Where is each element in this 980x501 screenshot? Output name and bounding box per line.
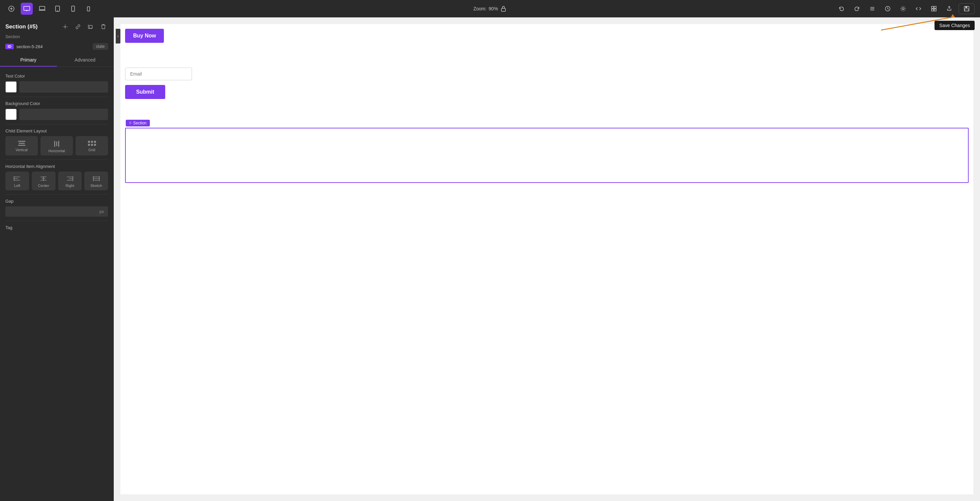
gap-unit: px: [95, 206, 108, 217]
id-value: section-5-284: [16, 44, 90, 49]
bg-color-section: Background Color: [0, 97, 113, 124]
panel-header: Section (#5): [0, 17, 113, 34]
child-layout-section: Child Element Layout Vertical: [0, 124, 113, 159]
alignment-buttons: Left Center: [5, 172, 108, 190]
email-form: Submit: [125, 68, 192, 99]
state-button[interactable]: state: [93, 43, 108, 50]
toolbar-left: [5, 3, 94, 15]
gap-input-row: px: [5, 206, 108, 217]
save-button[interactable]: [959, 3, 975, 14]
zoom-label: Zoom:: [473, 6, 487, 11]
section-tag: ⠿ Section: [126, 120, 150, 126]
panel-subtitle: Section: [0, 34, 113, 42]
email-input[interactable]: [125, 68, 192, 80]
align-stretch-button[interactable]: Stretch: [84, 172, 108, 190]
gap-section: Gap px: [0, 195, 113, 221]
lock-icon: [500, 5, 507, 12]
desktop-icon[interactable]: [21, 3, 33, 15]
main-layout: Section (#5): [0, 17, 980, 501]
svg-point-17: [902, 8, 904, 10]
layout-horizontal-button[interactable]: Horizontal: [40, 136, 73, 156]
svg-rect-24: [965, 9, 969, 11]
svg-rect-18: [932, 6, 934, 8]
tag-section: Tag: [0, 221, 113, 237]
svg-point-10: [73, 10, 73, 11]
selected-section[interactable]: ⠿ Section: [125, 128, 969, 183]
bg-color-swatch[interactable]: [5, 109, 17, 120]
canvas-area: ‹ Buy Now Submit ⠿ Section: [114, 17, 980, 501]
toolbar: Zoom: 90%: [0, 0, 980, 17]
child-layout-label: Child Element Layout: [5, 129, 108, 134]
svg-rect-23: [965, 6, 967, 8]
svg-rect-11: [87, 7, 90, 11]
align-center-icon: [40, 176, 47, 181]
bg-color-label: Background Color: [5, 101, 108, 106]
panel-tabs: Primary Advanced: [0, 54, 113, 67]
code-icon[interactable]: [912, 3, 924, 15]
zoom-indicator: Zoom: 90%: [473, 5, 507, 12]
bg-color-row: [5, 109, 108, 120]
align-stretch-icon: [93, 176, 100, 181]
align-left-icon: [13, 176, 21, 181]
alignment-section: Horizontal Item Alignment Left: [0, 160, 113, 194]
text-color-bar[interactable]: [19, 81, 108, 93]
save-button-container: Save Changes: [959, 3, 975, 14]
svg-point-8: [57, 10, 58, 11]
layout-vertical-button[interactable]: Vertical: [5, 136, 38, 156]
svg-point-27: [65, 26, 66, 27]
drag-handle-icon: ⠿: [129, 121, 132, 125]
clock-icon[interactable]: [882, 3, 894, 15]
alignment-label: Horizontal Item Alignment: [5, 164, 108, 169]
redo-icon[interactable]: [851, 3, 863, 15]
zoom-value: 90%: [488, 6, 498, 11]
align-right-button[interactable]: Right: [58, 172, 82, 190]
grid-icon: [88, 141, 96, 146]
grid-icon[interactable]: [928, 3, 940, 15]
tag-label: Tag: [5, 225, 108, 230]
text-color-section: Text Color: [0, 70, 113, 97]
section-settings-icon[interactable]: [60, 22, 70, 32]
svg-rect-21: [934, 9, 936, 11]
buy-now-button[interactable]: Buy Now: [125, 29, 164, 43]
toolbar-right: Save Changes: [835, 3, 975, 15]
bg-color-bar[interactable]: [19, 109, 108, 120]
gap-input[interactable]: [5, 206, 95, 217]
id-row: ID section-5-284 state: [0, 42, 113, 54]
horizontal-icon: [54, 141, 59, 147]
align-right-icon: [66, 176, 73, 181]
id-badge: ID: [5, 44, 14, 49]
list-icon[interactable]: [866, 3, 878, 15]
vertical-icon: [18, 141, 25, 146]
gap-label: Gap: [5, 199, 108, 204]
duplicate-icon[interactable]: [86, 22, 95, 32]
export-icon[interactable]: [943, 3, 955, 15]
svg-rect-19: [934, 6, 936, 8]
panel-header-icons: [60, 22, 108, 32]
undo-icon[interactable]: [835, 3, 848, 15]
align-center-button[interactable]: Center: [32, 172, 56, 190]
svg-rect-20: [932, 9, 934, 11]
settings-icon[interactable]: [897, 3, 909, 15]
link-icon[interactable]: [73, 22, 83, 32]
align-left-button[interactable]: Left: [5, 172, 29, 190]
layout-grid-button[interactable]: Grid: [76, 136, 108, 156]
save-changes-tooltip: Save Changes: [934, 21, 975, 30]
canvas-content: ‹ Buy Now Submit ⠿ Section: [121, 24, 973, 494]
laptop-icon[interactable]: [36, 3, 48, 15]
svg-rect-6: [40, 6, 45, 10]
add-icon[interactable]: [5, 3, 18, 15]
tablet-icon[interactable]: [51, 3, 64, 15]
collapse-panel-button[interactable]: ‹: [116, 29, 121, 43]
text-color-row: [5, 81, 108, 93]
left-panel: Section (#5): [0, 17, 114, 501]
submit-button[interactable]: Submit: [125, 85, 165, 99]
layout-buttons: Vertical Horizontal: [5, 136, 108, 156]
tab-primary[interactable]: Primary: [0, 54, 57, 67]
text-color-label: Text Color: [5, 73, 108, 79]
tab-advanced[interactable]: Advanced: [57, 54, 114, 67]
small-screen-icon[interactable]: [82, 3, 94, 15]
delete-icon[interactable]: [99, 22, 108, 32]
panel-title: Section (#5): [5, 24, 37, 30]
text-color-swatch[interactable]: [5, 81, 17, 93]
mobile-icon[interactable]: [67, 3, 79, 15]
